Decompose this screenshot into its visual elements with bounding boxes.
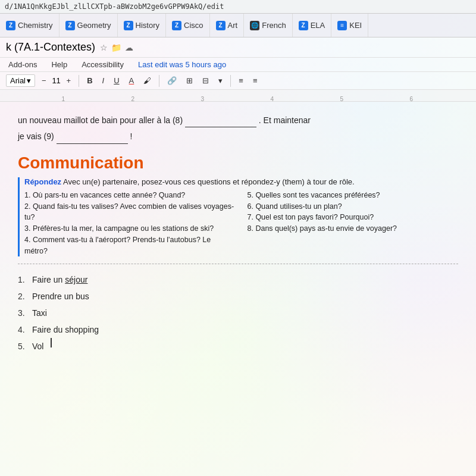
- menu-help[interactable]: Help: [49, 59, 70, 70]
- toolbar-divider-3: [230, 75, 231, 87]
- list-text-3: Taxi: [32, 305, 47, 321]
- highlight-button[interactable]: 🖌: [140, 75, 154, 86]
- cloud-icon[interactable]: ☁: [125, 43, 133, 52]
- tab-chemistry-label: Chemistry: [18, 21, 53, 30]
- ruler-tick-6: 6: [410, 96, 414, 102]
- font-size-increase[interactable]: +: [64, 75, 74, 86]
- q4-text: 4. Comment vas-tu à l'aéroport? Prends-t…: [24, 234, 236, 257]
- underline-button[interactable]: U: [111, 75, 122, 86]
- zoom-icon: Z: [216, 21, 226, 30]
- list-item-5: 5. Vol: [18, 338, 458, 355]
- tab-ela[interactable]: Z ELA: [293, 14, 332, 37]
- dropdown-button[interactable]: ▾: [215, 75, 226, 86]
- star-icon[interactable]: ☆: [100, 43, 108, 52]
- toolbar-divider-1: [79, 75, 79, 87]
- link-button[interactable]: 🔗: [164, 75, 180, 86]
- q6-text: 6. Quand utilises-tu un plan?: [248, 201, 342, 212]
- q-item-3: 3. Préfères-tu la mer, la campagne ou le…: [24, 223, 236, 234]
- line-spacing-button[interactable]: ≡: [250, 75, 261, 86]
- questions-grid: 1. Où pars-tu en vacances cette année? Q…: [24, 190, 458, 257]
- q2-text: 2. Quand fais-tu tes valises? Avec combi…: [24, 201, 236, 224]
- list-item-3: 3. Taxi: [18, 305, 458, 321]
- tab-geometry[interactable]: Z Geometry: [60, 14, 118, 37]
- list-text-4: Faire du shopping: [32, 321, 99, 338]
- tab-geometry-label: Geometry: [77, 21, 111, 30]
- questions-left: 1. Où pars-tu en vacances cette année? Q…: [24, 190, 236, 257]
- instruction-keyword: Répondez: [24, 177, 61, 186]
- font-size-value: 11: [51, 76, 62, 85]
- sentence-line-1: un nouveau maillot de bain pour aller à …: [18, 114, 458, 127]
- ruler-tick-2: 2: [131, 96, 135, 102]
- sentence2-start: je vais (9): [18, 131, 54, 141]
- sentence-end: . Et maintenar: [259, 115, 311, 125]
- ruler-tick-5: 5: [340, 96, 344, 102]
- tab-cisco-label: Cisco: [184, 21, 203, 30]
- list-num-2: 2.: [18, 288, 27, 305]
- q-item-7: 7. Quel est ton pays favori? Pourquoi?: [248, 212, 459, 223]
- list-item-4: 4. Faire du shopping: [18, 321, 458, 338]
- questions-right: 5. Quelles sont tes vacances préférées? …: [248, 190, 459, 257]
- italic-button[interactable]: I: [99, 75, 108, 86]
- blank-8: [185, 114, 256, 127]
- q-item-1: 1. Où pars-tu en vacances cette année? Q…: [24, 190, 236, 201]
- tab-history[interactable]: Z History: [118, 14, 166, 37]
- q3-text: 3. Préfères-tu la mer, la campagne ou le…: [24, 223, 214, 234]
- section-divider: [18, 264, 458, 264]
- doc-content[interactable]: un nouveau maillot de bain pour aller à …: [0, 102, 476, 476]
- ruler-tick-3: 3: [201, 96, 205, 102]
- instruction-line: Répondez Avec un(e) partenaire, posez-vo…: [24, 177, 458, 186]
- q1-text: 1. Où pars-tu en vacances cette année? Q…: [24, 190, 185, 201]
- ruler: 1 2 3 4 5 6: [0, 90, 476, 102]
- doc-title-bar: k (7A.1-Contextes) ☆ 📁 ☁: [0, 37, 476, 58]
- sentence-line-2: je vais (9) !: [18, 130, 458, 143]
- instruction-block: Répondez Avec un(e) partenaire, posez-vo…: [18, 177, 458, 257]
- bold-button[interactable]: B: [84, 75, 95, 86]
- section-title: Communication: [18, 154, 458, 173]
- list-num-1: 1.: [18, 271, 27, 288]
- zoom-icon: Z: [65, 21, 75, 30]
- tab-art[interactable]: Z Art: [210, 14, 245, 37]
- toolbar: Arial ▾ − 11 + B I U A 🖌 🔗 ⊞ ⊟ ▾ ≡ ≡: [0, 72, 476, 90]
- tab-chemistry[interactable]: Z Chemistry: [0, 14, 60, 37]
- blank-9: [57, 130, 128, 143]
- tab-cisco[interactable]: Z Cisco: [166, 14, 210, 37]
- tab-french-label: French: [262, 21, 286, 30]
- insert-table-button[interactable]: ⊟: [199, 75, 212, 86]
- sentence2-end: !: [130, 131, 132, 141]
- url-text: d/1NA1QnKkgEJbl_zlLlCXTpb-aBWzobM2ge6vGP…: [5, 2, 224, 11]
- align-button[interactable]: ≡: [236, 75, 246, 86]
- font-selector[interactable]: Arial ▾: [6, 74, 35, 87]
- font-size-decrease[interactable]: −: [39, 75, 49, 86]
- q8-text: 8. Dans quel(s) pays as-tu envie de voya…: [248, 223, 397, 234]
- font-name: Arial: [10, 76, 26, 85]
- sentence-partial: un nouveau maillot de bain pour aller à …: [18, 115, 183, 125]
- last-edit-label: Last edit was 5 hours ago: [138, 60, 226, 69]
- insert-image-button[interactable]: ⊞: [183, 75, 196, 86]
- menu-bar: Add-ons Help Accessibility Last edit was…: [0, 58, 476, 72]
- q-item-6: 6. Quand utilises-tu un plan?: [248, 201, 459, 212]
- url-bar[interactable]: d/1NA1QnKkgEJbl_zlLlCXTpb-aBWzobM2ge6vGP…: [0, 0, 476, 14]
- list-num-3: 3.: [18, 305, 27, 321]
- font-size-control: − 11 +: [39, 75, 74, 86]
- list-num-5: 5.: [18, 338, 27, 355]
- list-item-2: 2. Prendre un bus: [18, 288, 458, 305]
- tab-kei[interactable]: ≡ KEI: [331, 14, 368, 37]
- toolbar-divider-2: [159, 75, 159, 87]
- vocab-list: 1. Faire un séjour 2. Prendre un bus 3. …: [18, 271, 458, 355]
- folder-icon[interactable]: 📁: [111, 43, 121, 52]
- tab-french[interactable]: 🌐 French: [244, 14, 292, 37]
- zoom-icon: Z: [6, 21, 15, 30]
- ruler-tick-4: 4: [271, 96, 274, 102]
- q7-text: 7. Quel est ton pays favori? Pourquoi?: [248, 212, 374, 223]
- lines-icon: ≡: [337, 21, 347, 30]
- zoom-icon: Z: [124, 21, 133, 30]
- zoom-icon: Z: [172, 21, 181, 30]
- font-color-button[interactable]: A: [126, 75, 137, 86]
- menu-addons[interactable]: Add-ons: [6, 59, 39, 70]
- instruction-text: Avec un(e) partenaire, posez-vous ces qu…: [63, 177, 355, 186]
- menu-accessibility[interactable]: Accessibility: [79, 59, 126, 70]
- tab-ela-label: ELA: [311, 21, 325, 30]
- list-num-4: 4.: [18, 321, 27, 338]
- q-item-4: 4. Comment vas-tu à l'aéroport? Prends-t…: [24, 234, 236, 257]
- doc-title[interactable]: k (7A.1-Contextes): [6, 41, 95, 54]
